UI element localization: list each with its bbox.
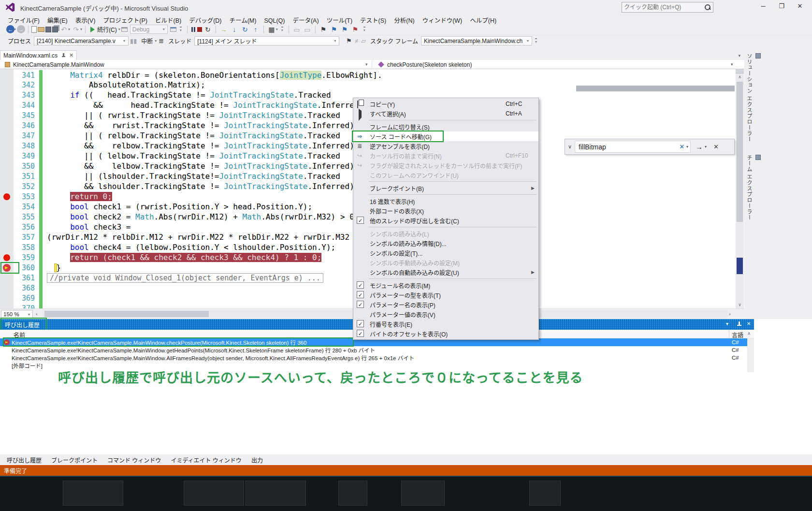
taskbar-button[interactable] [184,481,244,506]
close-button[interactable]: ✕ [791,0,809,13]
call-stack-row[interactable]: KinectCameraSample.exe!KinectCameraSampl… [0,354,754,362]
chevron-down-icon[interactable]: ▾ [705,145,707,149]
clear-bookmarks-icon[interactable]: ⚑ [350,25,360,34]
indent-icon[interactable]: ▭ [292,25,302,34]
scroll-up-icon[interactable]: ∧ [747,331,751,336]
member-dropdown[interactable]: checkPosture(Skeleton skeleton) ▾ [372,60,744,69]
context-menu-item[interactable]: 16 進数で表示(H) [353,196,538,206]
chevron-down-icon[interactable]: ▾ [686,145,688,149]
restart-icon[interactable]: ↻ [203,25,213,34]
context-menu-item[interactable]: コピー(Y)Ctrl+C [353,99,538,109]
tab-mainwindow-xaml-cs[interactable]: MainWindow.xaml.cs ✕ [0,50,77,60]
context-menu-item[interactable]: ✓バイトのオフセットを表示(O) [353,329,538,338]
toolbar-overflow-icon[interactable]: ▾ [281,27,283,32]
taskbar-button[interactable] [529,481,561,506]
context-menu-item[interactable]: ✓行番号を表示(E) [353,319,538,329]
chevron-down-icon[interactable]: ▾ [14,27,16,31]
break-label[interactable]: 中断 [141,37,153,45]
context-menu-item[interactable]: ≣逆アセンブルを表示(D) [353,141,538,151]
chevron-down-icon[interactable]: ▾ [80,27,82,31]
checkbox-checked-icon[interactable]: ✓ [357,330,364,337]
breakpoint-icon[interactable] [3,193,10,200]
step-into-icon[interactable]: ↓ [230,25,239,34]
close-find-icon[interactable]: ✕ [713,143,719,150]
step-over-icon[interactable]: ↻ [240,25,250,34]
close-panel-icon[interactable]: ✕ [747,321,751,326]
taskbar-button[interactable] [63,481,123,506]
zoom-combo[interactable]: 150 % ▾ [1,310,33,319]
chevron-down-icon[interactable]: ▾ [118,27,120,31]
splitter-handle[interactable] [736,69,744,73]
chevron-down-icon[interactable]: ∨ [568,144,572,150]
context-menu-item[interactable]: すべて選択(A)Ctrl+A [353,109,538,118]
breakpoint-icon[interactable] [3,254,10,261]
thread-combo[interactable]: [1124] メイン スレッド ▾ [194,36,339,45]
toolbar-overflow-icon[interactable]: ▾ [535,38,537,44]
scrollbar-thumb[interactable] [44,311,209,317]
context-menu-item[interactable]: ブレークポイント(B)▶ [353,183,538,193]
outdent-icon[interactable]: ▭ [303,25,312,34]
bookmark-icon[interactable]: ⚑ [319,25,328,34]
toolbar-overflow-icon[interactable]: ▾ [363,27,365,32]
context-menu-item[interactable]: シンボルの自動読み込みの設定(U)▶ [353,267,538,277]
checkbox-checked-icon[interactable]: ✓ [357,320,364,327]
close-tab-icon[interactable]: ✕ [69,52,73,58]
type-dropdown[interactable]: KinectCameraSample.MainWindow ▾ [0,60,372,69]
window-position-chevron-icon[interactable]: ▾ [726,321,728,326]
quick-launch-box[interactable] [622,2,713,13]
pin-icon[interactable] [61,53,66,58]
context-menu-item[interactable]: シンボルの読み込み情報(D)... [353,238,538,248]
checkbox-checked-icon[interactable]: ✓ [357,301,364,308]
editor-vertical-scrollbar[interactable]: ∧ ∨ [736,69,744,308]
find-next-icon[interactable]: → [696,143,703,151]
quick-launch-input[interactable] [622,4,704,11]
break-all-icon[interactable] [190,27,196,32]
next-bookmark-icon[interactable]: ⚑ [340,25,349,34]
minimize-button[interactable]: ─ [754,0,772,13]
hex-display-icon[interactable]: ▦ [267,25,276,34]
context-menu-item[interactable]: シンボルの設定(T)... [353,248,538,258]
stack-frame-combo[interactable]: KinectCameraSample.MainWindow.ch ▾ [421,36,532,45]
checkbox-checked-icon[interactable]: ✓ [357,217,364,224]
find-input-box[interactable]: ✕ ▾ [575,141,691,153]
prev-bookmark-icon[interactable]: ⚑ [329,25,339,34]
context-menu-item[interactable]: ⇒ソース コードへ移動(G) [353,131,538,141]
scroll-right-icon[interactable]: › [729,311,731,317]
stop-icon[interactable] [197,27,202,32]
toolbar-overflow-icon[interactable]: ▾ [180,27,182,32]
context-menu-item[interactable]: ✓パラメーター名の表示(P) [353,300,538,309]
debug-config-combo[interactable]: Debug▾ [130,25,168,34]
search-icon[interactable] [704,3,711,11]
step-out-icon[interactable]: ↑ [251,25,261,34]
column-divider[interactable] [729,330,729,338]
window-icon[interactable] [121,27,128,32]
flag-icon[interactable]: ⚑ [346,37,352,44]
scroll-down-icon[interactable]: ∨ [736,302,744,307]
save-icon[interactable] [45,27,51,32]
context-menu-item[interactable]: 外部コードの表示(X) [353,206,538,216]
new-file-icon[interactable] [31,26,37,33]
undo-icon[interactable]: ↶ [59,25,69,34]
open-file-icon[interactable] [38,27,44,32]
call-stack-row[interactable]: KinectCameraSample.exe!KinectCameraSampl… [0,346,754,354]
taskbar-button[interactable] [401,481,445,506]
show-next-statement-icon[interactable]: → [219,25,229,34]
code-line[interactable]: 341 Matrix4 relbDir = (skeleton.BoneOrie… [0,69,735,79]
document-list-chevron-icon[interactable]: ▾ [738,53,740,58]
context-menu-item[interactable]: パラメーター値の表示(V) [353,309,538,319]
side-tab[interactable]: チーム エクスプローラー [745,155,761,220]
pin-icon[interactable] [737,321,741,327]
language-column-header[interactable]: 言語 [732,331,743,339]
scroll-left-icon[interactable]: ‹ [36,311,38,317]
name-column-header[interactable]: 名前 [14,331,25,339]
clear-search-icon[interactable]: ✕ [679,143,684,150]
checkbox-checked-icon[interactable]: ✓ [357,291,364,298]
process-combo[interactable]: [2140] KinectCameraSample.v ▾ [34,36,129,45]
context-menu-item[interactable]: ✓パラメーターの型を表示(T) [353,290,538,300]
taskbar-button[interactable] [338,481,367,506]
context-menu-item[interactable]: ✓モジュール名の表示(M) [353,280,538,290]
checkbox-checked-icon[interactable]: ✓ [357,281,364,289]
scroll-up-icon[interactable]: ∧ [736,74,744,79]
navigate-back-icon[interactable]: ← [6,25,14,33]
context-menu-item[interactable]: フレームに切り替え(S) [353,122,538,131]
